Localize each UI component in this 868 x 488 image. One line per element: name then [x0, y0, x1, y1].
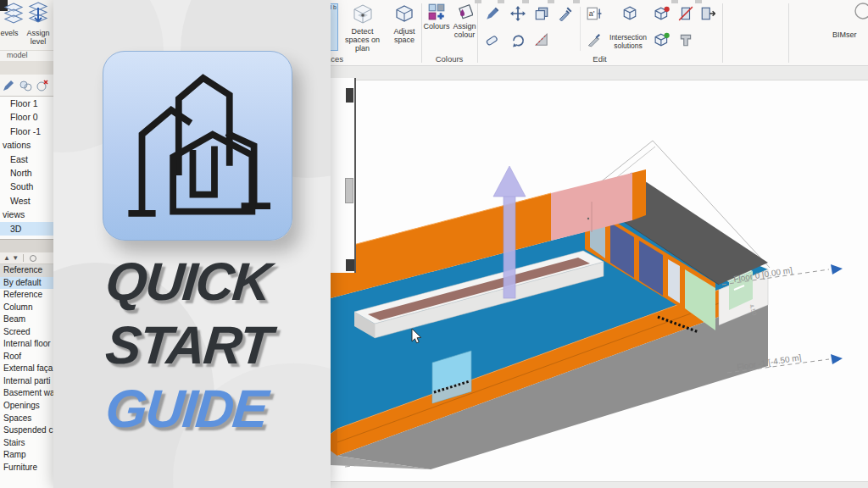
edit-structure-button[interactable] [2, 79, 15, 96]
model-3d-view[interactable]: Floor 0 [0.00 m] Floor -1 [-4.50 m] 4.50 [331, 78, 868, 488]
structure-panel-toolbar [0, 75, 53, 97]
composition-list[interactable]: ReferenceBy defaultReferenceColumnBeamSc… [0, 264, 53, 488]
group-elements-button[interactable] [19, 79, 32, 96]
list-item[interactable]: Internal parti [0, 375, 53, 388]
assign-colour-label: Assign colour [450, 22, 479, 39]
detect-spaces-label: Detect spaces on plan [339, 27, 386, 53]
tree-item[interactable]: East [0, 152, 53, 166]
buildings-logo-icon [103, 52, 292, 240]
clipped-toolbar-row [573, 0, 580, 3]
back-wall-column [632, 169, 646, 220]
colours-button[interactable]: Colours [423, 3, 450, 30]
trim-icon[interactable] [534, 32, 549, 47]
list-item[interactable]: External faça [0, 363, 53, 375]
pick-icon[interactable] [558, 6, 573, 21]
list-item[interactable]: Furniture [0, 462, 53, 474]
tree-item[interactable]: Floor -1 [0, 125, 53, 138]
cube-red-dot-icon[interactable] [654, 6, 670, 21]
adjust-space-icon [393, 3, 415, 25]
remove-group-button[interactable] [36, 79, 49, 96]
cube-green-dot-icon[interactable] [654, 32, 670, 47]
list-item[interactable]: Stairs [0, 437, 53, 450]
scrollbar-thumb[interactable] [345, 178, 353, 203]
ribbon-toolbar: ll b Detect spaces on plan Adjust space … [322, 0, 868, 66]
tree-item[interactable]: Floor 0 [0, 110, 53, 124]
levels-button-label: evels [0, 29, 22, 37]
chisel-icon[interactable] [587, 32, 602, 47]
cube-icon[interactable] [622, 6, 637, 21]
eraser-icon[interactable] [485, 32, 500, 47]
tree-item[interactable]: vations [0, 138, 53, 152]
panel-title-bar[interactable] [0, 61, 53, 75]
list-item[interactable]: Roof [0, 351, 53, 363]
propagate-icon[interactable]: a' [587, 6, 602, 21]
exit-door-icon[interactable] [700, 6, 715, 21]
title-guide: GUIDE [103, 378, 331, 439]
clipped-toolbar-row [522, 0, 529, 3]
assign-colour-button[interactable]: Assign colour [450, 3, 479, 39]
tree-item[interactable]: South [0, 180, 53, 193]
floor-0-marker [831, 264, 843, 274]
pencil-icon[interactable] [485, 6, 500, 21]
title-start: START [103, 314, 331, 375]
refresh-icon[interactable] [29, 254, 37, 263]
adjust-space-button[interactable]: Adjust space [387, 3, 422, 44]
list-item[interactable]: Reference [0, 289, 53, 302]
assign-level-button[interactable] [28, 1, 48, 30]
colours-label: Colours [423, 22, 450, 30]
panel-splitter[interactable] [0, 239, 53, 252]
assign-level-button-label: Assign level [25, 29, 52, 46]
intersection-solutions-button[interactable]: Intersection solutions [602, 34, 654, 50]
list-item[interactable]: Screed [0, 326, 53, 339]
svg-text:a': a' [589, 9, 595, 18]
tree-item[interactable]: Floor 1 [0, 97, 53, 110]
detect-spaces-button[interactable]: Detect spaces on plan [339, 3, 386, 53]
bim-app-logo [103, 51, 292, 241]
list-item[interactable]: Suspended c [0, 424, 53, 437]
list-item[interactable]: Internal floor [0, 338, 53, 351]
tree-item[interactable]: views [0, 208, 53, 221]
sort-arrows[interactable]: ▲ ▼ [3, 254, 19, 262]
levels-icon [3, 2, 24, 27]
list-item[interactable]: Openings [0, 400, 53, 413]
assign-colour-icon [456, 3, 473, 20]
list-item[interactable]: Spaces [0, 413, 53, 425]
list-item[interactable]: Beam [0, 313, 53, 326]
split-element-icon[interactable] [678, 6, 693, 21]
title-quick: QUICK [103, 251, 331, 312]
bimserver-icon [849, 2, 868, 22]
clipped-toolbar-row [498, 0, 504, 3]
viewport-canvas[interactable]: Floor 0 [0.00 m] Floor -1 [-4.50 m] 4.50 [322, 66, 868, 488]
structure-tree[interactable]: Floor 1Floor 0Floor -1vationsEastNorthSo… [0, 97, 53, 239]
clipped-toolbar-row [548, 0, 554, 3]
list-item[interactable]: Reference [0, 264, 53, 277]
tree-item[interactable]: 3D [0, 222, 53, 236]
tree-item[interactable]: West [0, 194, 53, 208]
collapsed-panel-edge[interactable] [331, 78, 356, 273]
list-item[interactable]: Ramp [0, 449, 53, 462]
panel-edge-cap [346, 88, 353, 103]
building-model [331, 166, 768, 469]
move-icon[interactable] [510, 6, 526, 21]
t-connection-icon[interactable] [678, 32, 693, 47]
list-item[interactable]: Basement wa [0, 387, 53, 400]
status-strip [322, 481, 868, 488]
detect-spaces-icon [352, 3, 374, 25]
group-divider [722, 3, 723, 63]
left-ribbon-group-label: model [0, 50, 53, 61]
clipped-toolbar-row [671, 0, 678, 3]
left-ribbon-fragment: evels Assign level model [0, 0, 53, 62]
list-item[interactable]: Column [0, 302, 53, 314]
levels-button[interactable] [3, 2, 24, 30]
rotate-icon[interactable] [510, 32, 526, 47]
left-dock-panel: evels Assign level model [0, 0, 53, 488]
adjust-space-label: Adjust space [387, 27, 422, 44]
subgroup-divider [580, 7, 581, 51]
edit-group-label: Edit [477, 54, 722, 65]
bimserver-button[interactable]: BIMser [832, 30, 868, 39]
list-item[interactable]: By default [0, 277, 53, 290]
copy-icon[interactable] [534, 6, 549, 21]
tree-item[interactable]: North [0, 166, 53, 180]
composition-list-header[interactable]: ▲ ▼ [0, 252, 53, 264]
door-panel [668, 259, 680, 303]
